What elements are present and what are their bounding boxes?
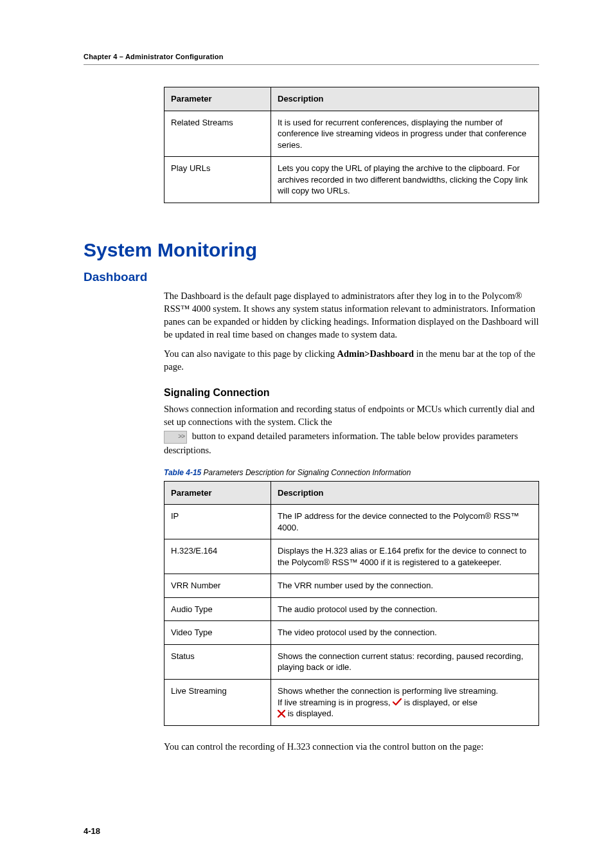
cell-param: VRR Number: [164, 574, 271, 598]
cell-desc: The IP address for the device connected …: [271, 505, 539, 539]
cell-param: Audio Type: [164, 597, 271, 621]
chapter-heading: Chapter 4 – Administrator Configuration: [84, 53, 539, 60]
cell-param: Status: [164, 644, 271, 679]
table-header-description: Description: [271, 87, 539, 111]
dashboard-paragraph-1: The Dashboard is the default page displa…: [164, 289, 539, 341]
table-signaling-params: Parameter Description IP The IP address …: [164, 481, 539, 726]
cell-param: Related Streams: [164, 111, 271, 157]
page-number: 4-18: [84, 826, 100, 836]
table-row: IP The IP address for the device connect…: [164, 505, 539, 539]
table-caption: Table 4-15 Parameters Description for Si…: [164, 468, 539, 477]
text-fragment: button to expand detailed parameters inf…: [164, 431, 518, 455]
table-row: Related Streams It is used for recurrent…: [164, 111, 539, 157]
cell-param: Play URLs: [164, 157, 271, 203]
heading-signaling-connection: Signaling Connection: [164, 387, 539, 399]
x-icon: [278, 710, 285, 718]
table-header-parameter: Parameter: [164, 481, 271, 505]
table-header-parameter: Parameter: [164, 87, 271, 111]
table-row: VRR Number The VRR number used by the co…: [164, 574, 539, 598]
text-fragment: You can also navigate to this page by cl…: [164, 348, 337, 359]
expand-icon: [164, 431, 187, 444]
cell-desc: The audio protocol used by the connectio…: [271, 597, 539, 621]
check-icon: [393, 698, 402, 706]
cell-desc: The video protocol used by the connectio…: [271, 621, 539, 645]
table-row: Live Streaming Shows whether the connect…: [164, 679, 539, 725]
text-fragment: is displayed, or else: [404, 698, 477, 707]
table-caption-text: Parameters Description for Signaling Con…: [201, 468, 411, 477]
menu-path: Admin>Dashboard: [337, 348, 414, 359]
table-row: Video Type The video protocol used by th…: [164, 621, 539, 645]
text-fragment: is displayed.: [288, 709, 334, 718]
signaling-paragraph-2: button to expand detailed parameters inf…: [164, 429, 539, 457]
cell-desc: Shows whether the connection is performi…: [271, 679, 539, 725]
table-caption-label: Table 4-15: [164, 468, 201, 477]
cell-desc: It is used for recurrent conferences, di…: [271, 111, 539, 157]
table-archive-params: Parameter Description Related Streams It…: [164, 87, 539, 203]
header-divider: [84, 64, 539, 65]
table-row: Play URLs Lets you copy the URL of playi…: [164, 157, 539, 203]
text-fragment: If live streaming is in progress,: [278, 698, 393, 707]
cell-desc: Shows the connection current status: rec…: [271, 644, 539, 679]
table-row: H.323/E.164 Displays the H.323 alias or …: [164, 539, 539, 574]
signaling-paragraph-1: Shows connection information and recordi…: [164, 402, 539, 428]
text-fragment: Shows whether the connection is performi…: [278, 686, 498, 696]
cell-param: IP: [164, 505, 271, 539]
cell-desc: Lets you copy the URL of playing the arc…: [271, 157, 539, 203]
table-row: Audio Type The audio protocol used by th…: [164, 597, 539, 621]
table-row: Status Shows the connection current stat…: [164, 644, 539, 679]
cell-param: Live Streaming: [164, 679, 271, 725]
table-header-description: Description: [271, 481, 539, 505]
dashboard-paragraph-2: You can also navigate to this page by cl…: [164, 347, 539, 373]
cell-param: Video Type: [164, 621, 271, 645]
cell-desc: Displays the H.323 alias or E.164 prefix…: [271, 539, 539, 574]
heading-dashboard: Dashboard: [84, 270, 539, 284]
heading-system-monitoring: System Monitoring: [84, 239, 539, 261]
closing-paragraph: You can control the recording of H.323 c…: [164, 740, 539, 753]
cell-desc: The VRR number used by the connection.: [271, 574, 539, 598]
cell-param: H.323/E.164: [164, 539, 271, 574]
